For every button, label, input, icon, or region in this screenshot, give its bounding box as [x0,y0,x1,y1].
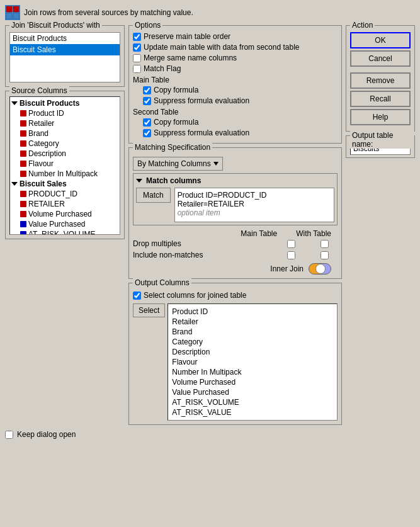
output-col-2[interactable]: Brand [171,327,334,337]
chevron-down-icon [213,162,219,166]
suppress-second-row: Suppress formula evaluation [133,128,338,137]
main-table-subtitle: Main Table [133,76,338,84]
col-description[interactable]: Description [11,149,118,159]
action-label: Action [350,21,375,30]
col-type-icon [20,130,26,137]
col-number-in-multipack[interactable]: Number In Multipack [11,169,118,179]
update-main-checkbox[interactable] [133,43,141,52]
select-button[interactable]: Select [133,303,165,317]
match-text-area[interactable]: Product ID=PRODUCT_ID Retailer=RETAILER … [174,188,334,222]
col-product-id-sales[interactable]: PRODUCT_ID [11,189,118,199]
select-columns-row: Select columns for joined table [133,291,338,300]
include-non-matches-checks [287,251,338,259]
drop-multiples-with-checkbox[interactable] [321,240,329,248]
include-non-matches-main-checkbox[interactable] [287,251,295,259]
title-bar: Join rows from several sources by matchi… [5,5,415,20]
join-item-biscuit-sales[interactable]: Biscuit Sales [10,44,120,55]
col-type-icon [20,120,26,127]
col-type-icon [20,150,26,157]
dialog: Join rows from several sources by matchi… [0,0,420,527]
match-flag-label: Match Flag [144,64,181,73]
remove-button[interactable]: Remove [350,72,411,89]
keep-open-checkbox[interactable] [5,431,13,439]
recall-button[interactable]: Recall [350,91,411,107]
second-table-subtitle: Second Table [133,108,338,116]
expand-icon-2 [11,182,18,186]
col-at-risk-volume[interactable]: AT_RISK_VOLUME [11,229,118,235]
help-button[interactable]: Help [350,109,411,125]
join-group: Join 'Biscuit Products' with Biscuit Pro… [5,25,125,87]
drop-multiples-row: Drop multiples [133,238,338,249]
match-item-2: Retailer=RETAILER [178,200,331,208]
expand-match-icon [136,179,142,183]
inner-join-label: Inner Join [270,264,304,273]
options-label: Options [133,21,162,30]
col-flavour[interactable]: Flavour [11,159,118,169]
match-flag-row: Match Flag [133,64,338,73]
matching-columns-title: Match columns [146,176,201,185]
col-retailer[interactable]: Retailer [11,118,118,128]
tree-group-biscuit-sales: Biscuit Sales [11,179,118,189]
include-non-matches-label: Include non-matches [133,251,287,259]
col-type-icon [20,171,26,177]
output-col-5[interactable]: Flavour [171,357,334,367]
output-col-4[interactable]: Description [171,347,334,357]
drop-multiples-main-checkbox[interactable] [287,240,295,248]
copy-formula-second-checkbox[interactable] [143,118,151,127]
col-type-icon [20,211,26,217]
dialog-title: Join rows from several sources by matchi… [24,8,193,17]
select-columns-checkbox[interactable] [133,292,141,300]
join-item-biscuit-products[interactable]: Biscuit Products [10,33,120,44]
col-category[interactable]: Category [11,139,118,149]
col-brand[interactable]: Brand [11,128,118,139]
output-col-1[interactable]: Retailer [171,317,334,327]
col-value-purchased[interactable]: Value Purchased [11,219,118,229]
group-label-biscuit-products: Biscuit Products [20,99,79,108]
left-panel: Join 'Biscuit Products' with Biscuit Pro… [5,25,125,239]
match-button[interactable]: Match [136,188,171,203]
merge-same-row: Merge same name columns [133,54,338,62]
source-columns-tree[interactable]: Biscuit Products Product ID Retailer Bra… [9,96,120,235]
col-product-id[interactable]: Product ID [11,108,118,118]
col-volume-purchased[interactable]: Volume Purchased [11,209,118,219]
output-columns-label: Output Columns [133,278,191,287]
output-col-10[interactable]: AT_RISK_VALUE [171,407,334,417]
output-col-0[interactable]: Product ID [171,307,334,317]
output-name-label: Output table name: [350,131,414,149]
main-table-header: Main Table [241,229,277,238]
output-col-7[interactable]: Volume Purchased [171,377,334,387]
include-non-matches-with-checkbox[interactable] [321,251,329,259]
svg-rect-2 [6,13,12,19]
copy-formula-main-label: Copy formula [154,86,198,94]
inner-join-row: Inner Join [133,263,338,275]
drop-multiples-checks [287,240,338,248]
merge-same-label: Merge same name columns [144,54,237,62]
preserve-order-checkbox[interactable] [133,33,141,41]
matching-columns-box: Match columns Match Product ID=PRODUCT_I… [133,173,338,225]
match-flag-checkbox[interactable] [133,65,141,73]
copy-formula-main-checkbox[interactable] [143,86,151,94]
ok-button[interactable]: OK [350,32,411,48]
svg-rect-3 [13,13,19,19]
output-col-9[interactable]: AT_RISK_VOLUME [171,397,334,407]
options-group: Options Preserve main table order Update… [128,25,342,144]
output-col-3[interactable]: Category [171,337,334,347]
join-list[interactable]: Biscuit Products Biscuit Sales [9,32,120,82]
with-table-header: With Table [296,229,331,238]
suppress-main-checkbox[interactable] [143,97,151,105]
output-col-8[interactable]: Value Purchased [171,387,334,397]
col-retailer-sales[interactable]: RETAILER [11,199,118,209]
matching-type-dropdown[interactable]: By Matching Columns [133,157,223,171]
update-main-label: Update main table with data from second … [144,43,299,52]
col-type-icon [20,231,26,235]
col-type-icon [20,221,26,227]
suppress-second-checkbox[interactable] [143,129,151,137]
cancel-button[interactable]: Cancel [350,50,411,67]
merge-same-checkbox[interactable] [133,54,141,62]
dropdown-value: By Matching Columns [137,159,211,168]
inner-join-toggle[interactable] [309,263,331,275]
copy-formula-second-label: Copy formula [154,118,198,127]
columns-listbox[interactable]: Product ID Retailer Brand Category Descr… [167,303,338,421]
output-col-6[interactable]: Number In Multipack [171,367,334,377]
expand-icon [11,101,18,105]
